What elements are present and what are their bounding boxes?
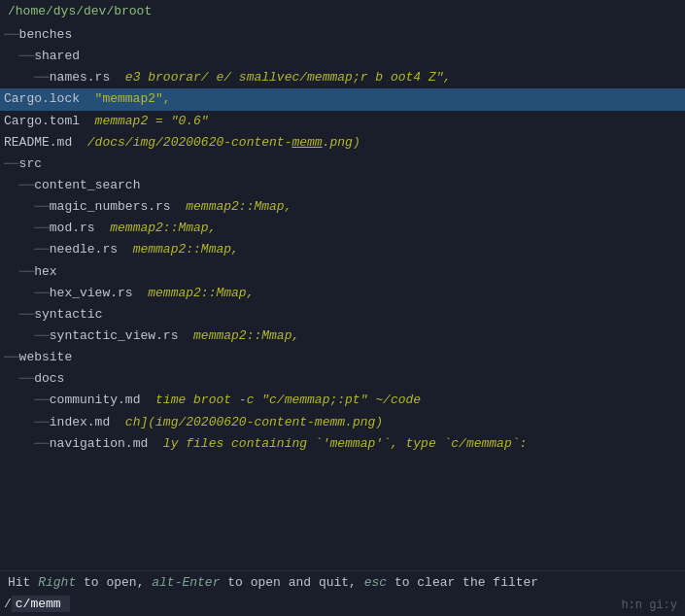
filename: Cargo.toml (4, 112, 80, 131)
list-item: ── website (0, 347, 685, 368)
list-item: ── benches (0, 24, 685, 46)
filename: mod.rs (50, 219, 95, 238)
status-text-mid1: to open, (76, 575, 152, 590)
indent: ── (4, 348, 19, 367)
indent: ── (4, 305, 34, 325)
indent: ── (4, 369, 34, 389)
list-item: ── syntactic_view.rs memmap2::Mmap, (0, 325, 685, 347)
indent: ── (4, 391, 50, 410)
indent: ── (4, 284, 50, 303)
search-input[interactable] (12, 596, 70, 612)
match-text: ch](img/20200620-content-memm.png) (110, 413, 383, 432)
match-text: memmap2::Mmap, (133, 284, 255, 303)
filename: navigation.md (50, 434, 148, 454)
list-item: ── hex_view.rs memmap2::Mmap, (0, 283, 685, 304)
filename: syntactic_view.rs (50, 326, 179, 346)
indent: ── (4, 47, 34, 66)
list-item: Cargo.toml memmap2 = "0.6" (0, 111, 685, 132)
indent: ── (4, 68, 50, 87)
filename: magic_numbers.rs (50, 197, 171, 217)
match-text: memmap2 = "0.6" (80, 112, 209, 131)
match-text: memmap2::Mmap, (95, 219, 217, 238)
input-prefix: / (0, 597, 12, 611)
filename: syntactic (34, 305, 102, 325)
hint-right-key: Right (38, 575, 76, 590)
list-item: ── hex (0, 261, 685, 283)
match-text: memmap2::Mmap, (178, 326, 299, 346)
hint-esc-key: esc (364, 575, 387, 590)
breadcrumb: /home/dys/dev/broot (0, 0, 685, 22)
list-item: README.md /docs/img/20200620-content-mem… (0, 132, 685, 154)
input-bar: / (0, 594, 685, 616)
indent: ── (4, 197, 50, 217)
filename: names.rs (50, 68, 110, 87)
indent: ── (4, 219, 50, 238)
filename: index.md (50, 413, 110, 432)
list-item: ── needle.rs memmap2::Mmap, (0, 239, 685, 260)
match-text: e3 broorar/ e/ smallvec/memmap;r b oot4 … (110, 68, 451, 87)
indent: ── (4, 262, 34, 282)
list-item: ── navigation.md ly files containing `'m… (0, 433, 685, 455)
status-text-end: to clear the filter (387, 575, 538, 590)
filename: hex_view.rs (50, 284, 133, 303)
match-text: /docs/img/20200620-content-memm.png) (72, 133, 360, 153)
status-text-prefix: Hit (8, 575, 38, 590)
file-tree: ── benches ── shared ── names.rs e3 broo… (0, 22, 685, 570)
filename: needle.rs (50, 240, 118, 259)
filename: benches (19, 25, 73, 45)
terminal: /home/dys/dev/broot ── benches ── shared… (0, 0, 685, 616)
indent: ── (4, 413, 50, 432)
list-item: ── magic_numbers.rs memmap2::Mmap, (0, 196, 685, 218)
filename: website (19, 348, 73, 367)
indent: ── (4, 240, 50, 259)
list-item: ── shared (0, 46, 685, 67)
indent: ── (4, 434, 50, 454)
bottom-info: h:n gi:y (621, 599, 677, 612)
match-text: time broot -c "c/memmap;:pt" ~/code (140, 391, 421, 410)
list-item: ── mod.rs memmap2::Mmap, (0, 218, 685, 239)
filename: hex (34, 262, 56, 282)
list-item: ── community.md time broot -c "c/memmap;… (0, 390, 685, 411)
filename: docs (34, 369, 64, 389)
indent: ── (4, 25, 19, 45)
match-text: memmap2::Mmap, (171, 197, 292, 217)
list-item: ── index.md ch](img/20200620-content-mem… (0, 412, 685, 433)
list-item: ── src (0, 154, 685, 175)
match-text: "memmap2", (80, 89, 171, 109)
filename: Cargo.lock (4, 89, 80, 109)
filename: content_search (34, 176, 140, 195)
filename: community.md (50, 391, 141, 410)
indent: ── (4, 154, 19, 174)
list-item: ── syntactic (0, 304, 685, 325)
match-text: memmap2::Mmap, (118, 240, 239, 259)
list-item: ── content_search (0, 175, 685, 196)
indent: ── (4, 326, 50, 346)
hint-alt-key: alt-Enter (152, 575, 220, 590)
status-text-mid2: to open and quit, (220, 575, 363, 590)
filename: README.md (4, 133, 72, 153)
status-bar: Hit Right to open, alt-Enter to open and… (0, 570, 685, 594)
list-item: Cargo.lock "memmap2", (0, 88, 685, 110)
match-text: ly files containing `'memmap'`, type `c/… (148, 434, 527, 454)
list-item: ── docs (0, 368, 685, 390)
indent: ── (4, 176, 34, 195)
list-item: ── names.rs e3 broorar/ e/ smallvec/memm… (0, 67, 685, 88)
filename: shared (34, 47, 80, 66)
filename: src (19, 154, 42, 174)
